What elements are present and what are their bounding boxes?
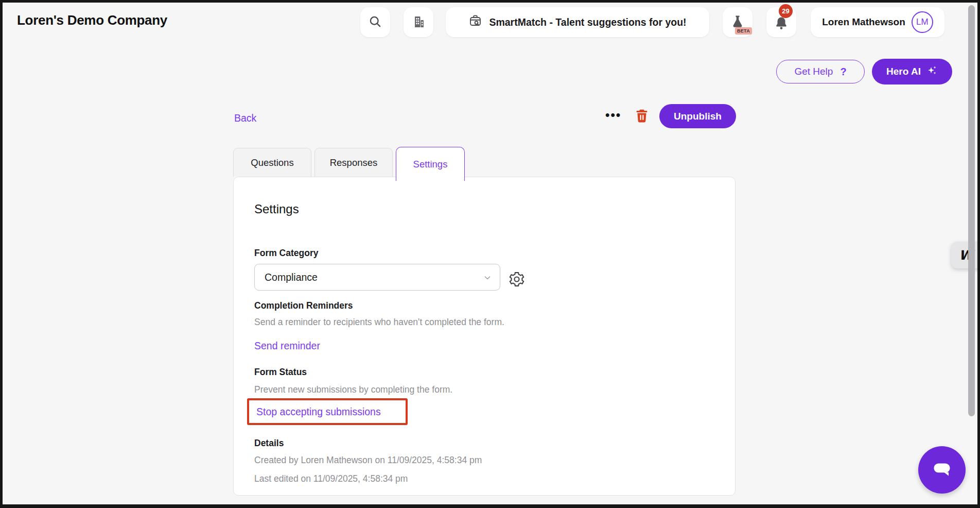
stop-accepting-submissions-link[interactable]: Stop accepting submissions (256, 406, 381, 418)
last-edited-text: Last edited on 11/09/2025, 4:58:34 pm (254, 473, 408, 484)
search-button[interactable] (360, 7, 390, 37)
form-tabs: Questions Responses Settings (233, 148, 468, 181)
completion-reminders-description: Send a reminder to recipients who haven'… (254, 317, 504, 328)
details-label: Details (254, 438, 284, 449)
labs-button[interactable]: BETA (723, 7, 752, 37)
avatar: LM (912, 11, 933, 33)
hero-ai-label: Hero AI (886, 66, 921, 77)
screenshot-border (977, 0, 980, 508)
settings-heading: Settings (254, 202, 299, 216)
form-category-select[interactable]: Compliance (254, 264, 500, 291)
hero-ai-button[interactable]: Hero AI (872, 59, 952, 84)
get-help-button[interactable]: Get Help ? (776, 60, 865, 83)
form-status-description: Prevent new submissions by completing th… (254, 384, 452, 395)
side-widget-tab[interactable]: W (951, 242, 980, 268)
annotation-highlight-box: Stop accepting submissions (247, 398, 408, 425)
overflow-menu-button[interactable]: ••• (605, 108, 621, 122)
screenshot-border (0, 0, 3, 508)
company-switcher-button[interactable] (404, 7, 433, 37)
building-icon (411, 14, 426, 30)
search-icon (368, 14, 382, 30)
app-window: Loren's Demo Company (0, 0, 980, 508)
form-category-label: Form Category (254, 248, 318, 259)
briefcase-search-icon (468, 14, 482, 30)
back-link[interactable]: Back (234, 112, 256, 124)
profile-button[interactable]: Loren Mathewson LM (811, 7, 944, 37)
created-by-text: Created by Loren Mathewson on 11/09/2025… (254, 455, 482, 466)
completion-reminders-label: Completion Reminders (254, 300, 353, 311)
gear-icon (508, 282, 526, 290)
delete-button[interactable] (633, 107, 651, 126)
chat-bubble-icon (929, 456, 955, 484)
tab-settings[interactable]: Settings (396, 147, 465, 181)
screenshot-border (0, 504, 980, 508)
question-mark-icon: ? (840, 66, 846, 78)
trash-icon (634, 118, 650, 126)
beta-badge: BETA (735, 27, 752, 35)
company-name: Loren's Demo Company (17, 12, 167, 28)
tab-responses[interactable]: Responses (314, 148, 393, 177)
notifications-button[interactable]: 29 (766, 7, 796, 37)
send-reminder-link[interactable]: Send reminder (254, 340, 320, 352)
user-name: Loren Mathewson (822, 16, 905, 28)
vertical-scrollbar[interactable] (968, 5, 975, 416)
smartmatch-label: SmartMatch - Talent suggestions for you! (489, 16, 686, 28)
form-category-settings-button[interactable] (507, 270, 526, 289)
get-help-label: Get Help (794, 66, 833, 77)
unpublish-button[interactable]: Unpublish (659, 104, 736, 128)
form-status-label: Form Status (254, 367, 307, 378)
tab-questions[interactable]: Questions (233, 148, 311, 177)
settings-card: Settings Form Category Compliance Comple… (233, 177, 736, 496)
form-category-value: Compliance (265, 272, 318, 283)
screenshot-border (0, 0, 980, 3)
chevron-down-icon (482, 273, 493, 285)
smartmatch-button[interactable]: SmartMatch - Talent suggestions for you! (446, 7, 709, 37)
notification-badge: 29 (779, 4, 793, 18)
chat-launcher-button[interactable] (918, 446, 966, 494)
sparkles-icon (926, 64, 938, 79)
